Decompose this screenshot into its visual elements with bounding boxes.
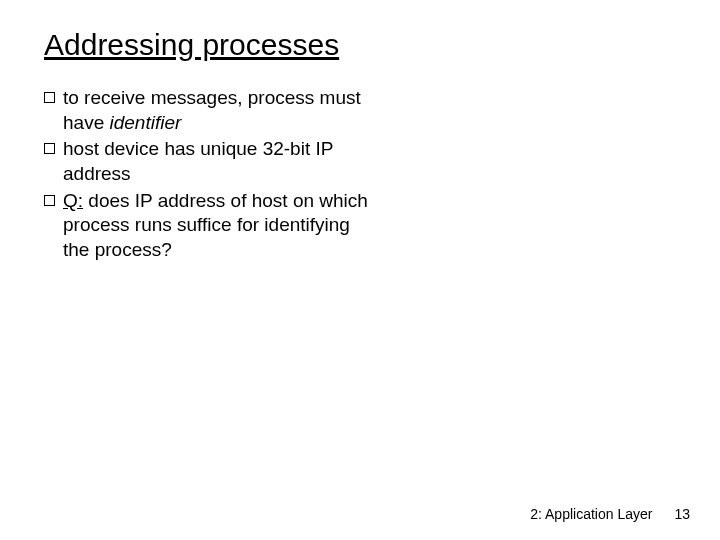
slide-title: Addressing processes bbox=[44, 28, 676, 62]
text-run: to receive messages, process must have bbox=[63, 87, 361, 133]
page-number: 13 bbox=[674, 506, 690, 522]
text-run: does IP address of host on which process… bbox=[63, 190, 368, 260]
text-underline: Q: bbox=[63, 190, 83, 211]
bullet-text: Q: does IP address of host on which proc… bbox=[63, 189, 374, 263]
slide: Addressing processes to receive messages… bbox=[0, 0, 720, 263]
bullet-list: to receive messages, process must have i… bbox=[44, 86, 374, 263]
slide-footer: 2: Application Layer 13 bbox=[530, 506, 690, 522]
text-italic: identifier bbox=[109, 112, 181, 133]
square-bullet-icon bbox=[44, 143, 55, 154]
square-bullet-icon bbox=[44, 195, 55, 206]
bullet-item: Q: does IP address of host on which proc… bbox=[44, 189, 374, 263]
bullet-text: to receive messages, process must have i… bbox=[63, 86, 374, 135]
square-bullet-icon bbox=[44, 92, 55, 103]
bullet-item: host device has unique 32-bit IP address bbox=[44, 137, 374, 186]
bullet-text: host device has unique 32-bit IP address bbox=[63, 137, 374, 186]
footer-label: 2: Application Layer bbox=[530, 506, 652, 522]
bullet-item: to receive messages, process must have i… bbox=[44, 86, 374, 135]
